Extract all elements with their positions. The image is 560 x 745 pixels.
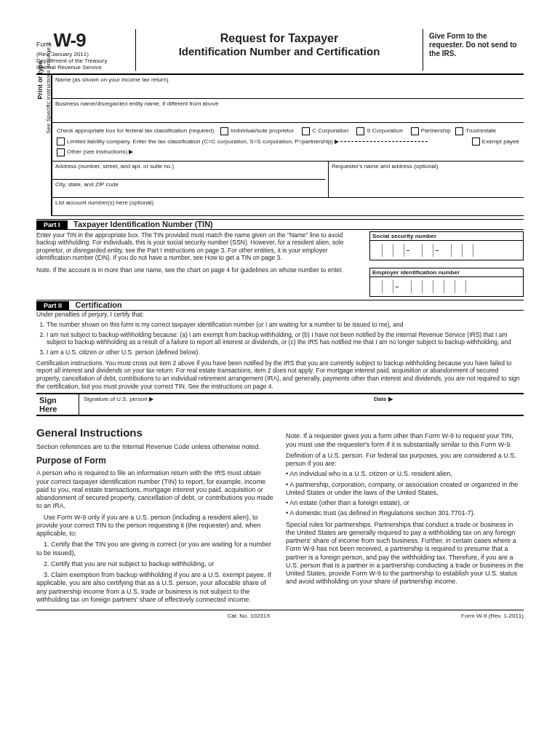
llc-class-input[interactable] bbox=[340, 141, 428, 142]
checkbox-ccorp[interactable] bbox=[302, 127, 310, 135]
ssn-box[interactable]: Social security number –– bbox=[369, 231, 524, 260]
title-line1: Request for Taxpayer bbox=[143, 32, 415, 45]
accounts-field[interactable]: List account number(s) here (optional) bbox=[52, 198, 524, 216]
date-field[interactable]: Date ▶ bbox=[369, 394, 524, 415]
purpose-p1: A person who is required to file an info… bbox=[36, 469, 274, 510]
part1-p1: Enter your TIN in the appropriate box. T… bbox=[36, 231, 362, 263]
label-partnership: Partnership bbox=[421, 127, 451, 134]
part1-title: Taxpayer Identification Number (TIN) bbox=[73, 220, 213, 228]
class-intro: Check appropriate box for federal tax cl… bbox=[57, 127, 215, 134]
name-field[interactable]: Name (as shown on your income tax return… bbox=[52, 75, 524, 99]
cert-item3: I am a U.S. citizen or other U.S. person… bbox=[47, 348, 524, 356]
checkbox-trust[interactable] bbox=[455, 127, 463, 135]
label-llc: Limited liability company. Enter the tax… bbox=[67, 138, 339, 145]
general-instructions-heading: General Instructions bbox=[36, 426, 274, 440]
general-p: Section references are to the Internal R… bbox=[36, 443, 274, 451]
sign-here-label: Sign Here bbox=[36, 394, 79, 415]
label-scorp: S Corporation bbox=[367, 127, 402, 134]
cat-no: Cat. No. 10231X bbox=[227, 613, 270, 619]
right-note: Note. If a requester gives you a form ot… bbox=[286, 432, 524, 449]
right-b4: • A domestic trust (as defined in Regula… bbox=[286, 509, 524, 517]
side-print-label: Print or type bbox=[36, 7, 44, 153]
right-b2: • A partnership, corporation, company, o… bbox=[286, 481, 524, 498]
business-field[interactable]: Business name/disregarded entity name, i… bbox=[52, 99, 524, 123]
right-special: Special rules for partnerships. Partners… bbox=[286, 521, 524, 586]
purpose-li1: 1. Certify that the TIN you are giving i… bbox=[36, 541, 274, 557]
footer-form: Form W-9 (Rev. 1-2011) bbox=[461, 613, 524, 619]
checkbox-individual[interactable] bbox=[220, 127, 228, 135]
cert-item2: I am not subject to backup withholding b… bbox=[47, 331, 524, 346]
ein-label: Employer identification number bbox=[370, 268, 523, 277]
header-right-note: Give Form to the requester. Do not send … bbox=[423, 29, 524, 71]
checkbox-llc[interactable] bbox=[57, 138, 65, 146]
label-individual: Individual/sole proprietor bbox=[231, 127, 294, 134]
side-instructions-label: See Specific Instructions on page 2. bbox=[45, 15, 52, 160]
classification-section: Check appropriate box for federal tax cl… bbox=[52, 123, 524, 161]
form-number: W-9 bbox=[54, 29, 86, 51]
part2-title: Certification bbox=[76, 300, 122, 309]
label-other: Other (see instructions) ▶ bbox=[67, 148, 133, 155]
checkbox-exempt[interactable] bbox=[472, 138, 480, 146]
checkbox-scorp[interactable] bbox=[356, 127, 364, 135]
ein-box[interactable]: Employer identification number – bbox=[369, 268, 524, 297]
cert-instructions: Certification instructions. You must cro… bbox=[36, 359, 524, 391]
right-def: Definition of a U.S. person. For federal… bbox=[286, 452, 524, 469]
part2-label: Part II bbox=[36, 301, 69, 310]
checkbox-partnership[interactable] bbox=[411, 127, 419, 135]
signature-field[interactable]: Signature of U.S. person ▶ bbox=[79, 394, 369, 415]
title-line2: Identification Number and Certification bbox=[143, 45, 415, 57]
right-b1: • An individual who is a U.S. citizen or… bbox=[286, 470, 524, 478]
label-exempt: Exempt payee bbox=[482, 138, 519, 145]
requester-field[interactable]: Requester's name and address (optional) bbox=[329, 162, 524, 197]
label-ccorp: C Corporation bbox=[312, 127, 348, 134]
checkbox-other[interactable] bbox=[57, 148, 65, 156]
part1-p2: Note. If the account is in more than one… bbox=[36, 266, 362, 274]
address-field[interactable]: Address (number, street, and apt. or sui… bbox=[52, 162, 325, 180]
cert-item1: The number shown on this form is my corr… bbox=[47, 321, 524, 329]
ssn-label: Social security number bbox=[370, 232, 523, 241]
city-field[interactable]: City, state, and ZIP code bbox=[52, 180, 325, 197]
part1-label: Part I bbox=[36, 220, 68, 229]
purpose-li2: 2. Certify that you are not subject to b… bbox=[36, 560, 274, 568]
purpose-heading: Purpose of Form bbox=[36, 455, 274, 466]
purpose-li3: 3. Claim exemption from backup withholdi… bbox=[36, 571, 274, 604]
right-b3: • An estate (other than a foreign estate… bbox=[286, 499, 524, 507]
cert-intro: Under penalties of perjury, I certify th… bbox=[36, 311, 524, 319]
form-header: Form W-9 (Rev. January 2011) Department … bbox=[36, 29, 524, 75]
purpose-p2: Use Form W-9 only if you are a U.S. pers… bbox=[36, 514, 274, 538]
label-trust: Trust/estate bbox=[465, 127, 496, 134]
